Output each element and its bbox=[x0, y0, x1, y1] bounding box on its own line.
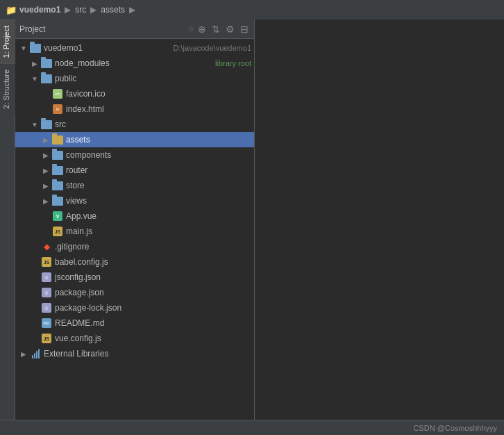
json-icon-package: {} bbox=[40, 287, 53, 298]
title-project-icon: 📁 bbox=[6, 5, 17, 15]
arrow-router: ▶ bbox=[40, 167, 51, 174]
tree-item-favicon[interactable]: ico favicon.ico bbox=[15, 86, 254, 101]
label-favicon: favicon.ico bbox=[66, 89, 251, 99]
folder-icon-views bbox=[51, 195, 64, 206]
tree-item-readme[interactable]: MD README.md bbox=[15, 315, 254, 331]
label-src: src bbox=[55, 120, 251, 129]
status-bar: CSDN @Cosmoshhhyyy bbox=[0, 420, 504, 435]
label-assets: assets bbox=[66, 135, 251, 145]
tree-item-router[interactable]: ▶ router bbox=[15, 163, 254, 178]
html-icon-index: H bbox=[51, 104, 64, 115]
tree-item-public[interactable]: ▼ public bbox=[15, 71, 254, 86]
tree-item-node-modules[interactable]: ▶ node_modules library root bbox=[15, 56, 254, 71]
folder-icon-assets bbox=[51, 134, 64, 145]
right-pane bbox=[255, 19, 504, 420]
title-assets: assets bbox=[101, 5, 125, 15]
tree-item-components[interactable]: ▶ components bbox=[15, 147, 254, 163]
folder-icon-components bbox=[51, 149, 64, 161]
tree-area[interactable]: ▼ vuedemo1 D:\javacode\vuedemo1 ▶ node_m… bbox=[15, 39, 254, 420]
arrow-root: ▼ bbox=[18, 44, 29, 52]
label-node-modules: node_modules bbox=[55, 58, 211, 68]
tree-item-gitignore[interactable]: ◆ .gitignore bbox=[15, 239, 254, 254]
tree-item-ext-lib[interactable]: ▶ External Libraries bbox=[15, 346, 254, 361]
tree-item-store[interactable]: ▶ store bbox=[15, 178, 254, 193]
arrow-node-modules: ▶ bbox=[29, 60, 40, 67]
title-bar: 📁 vuedemo1 ▶ src ▶ assets ▶ bbox=[0, 0, 504, 19]
folder-icon-src bbox=[40, 119, 53, 130]
md-icon-readme: MD bbox=[40, 318, 53, 329]
label-router: router bbox=[66, 165, 251, 175]
tree-item-app-vue[interactable]: V App.vue bbox=[15, 208, 254, 224]
label-index-html: index.html bbox=[66, 104, 251, 114]
tree-item-index-html[interactable]: H index.html bbox=[15, 101, 254, 117]
ico-icon-favicon: ico bbox=[51, 88, 64, 99]
label-app-vue: App.vue bbox=[66, 211, 251, 221]
label-vue-config: vue.config.js bbox=[55, 334, 251, 343]
main-layout: 1: Project 2: Structure Project ⊕ ⊕ ⇅ ⚙ … bbox=[0, 19, 504, 420]
tab-structure[interactable]: 2: Structure bbox=[0, 63, 15, 115]
watermark: CSDN @Cosmoshhhyyy bbox=[413, 424, 497, 432]
label-readme: README.md bbox=[55, 318, 251, 328]
label-jsconfig: jsconfig.json bbox=[55, 272, 251, 282]
label-views: views bbox=[66, 196, 251, 206]
toolbar-sync-btn[interactable]: ⇅ bbox=[210, 22, 221, 36]
arrow-assets: ▶ bbox=[40, 136, 51, 144]
tab-project[interactable]: 1: Project bbox=[0, 19, 15, 63]
arrow-components: ▶ bbox=[40, 151, 51, 159]
label-store: store bbox=[66, 181, 251, 190]
tree-item-src[interactable]: ▼ src bbox=[15, 117, 254, 132]
json-icon-jsconfig: {} bbox=[40, 272, 53, 283]
js-icon-main: JS bbox=[51, 226, 64, 237]
project-panel: Project ⊕ ⊕ ⇅ ⚙ ⊟ ▼ vuedemo1 D:\javacode… bbox=[15, 19, 255, 420]
folder-icon-node-modules bbox=[40, 58, 53, 69]
label-ext-lib: External Libraries bbox=[44, 349, 251, 359]
title-src: src bbox=[75, 5, 86, 15]
folder-icon-router bbox=[51, 165, 64, 176]
label-public: public bbox=[55, 74, 251, 83]
arrow-public: ▼ bbox=[29, 75, 40, 83]
tree-item-vue-config[interactable]: JS vue.config.js bbox=[15, 331, 254, 346]
json-icon-package-lock: {} bbox=[40, 302, 53, 313]
extlib-icon bbox=[29, 348, 42, 359]
label-babel-config: babel.config.js bbox=[55, 257, 251, 267]
js-icon-babel: JS bbox=[40, 256, 53, 268]
folder-icon-public bbox=[40, 73, 53, 84]
js-icon-vue-config: JS bbox=[40, 333, 53, 344]
tree-item-views[interactable]: ▶ views bbox=[15, 193, 254, 208]
arrow-views: ▶ bbox=[40, 197, 51, 205]
arrow-ext-lib: ▶ bbox=[18, 350, 29, 358]
git-icon-gitignore: ◆ bbox=[40, 241, 53, 252]
label-node-modules-sec: library root bbox=[215, 59, 251, 67]
tree-item-jsconfig[interactable]: {} jsconfig.json bbox=[15, 270, 254, 285]
tree-item-package-lock[interactable]: {} package-lock.json bbox=[15, 300, 254, 315]
toolbar-collapse-btn[interactable]: ⊟ bbox=[239, 22, 250, 36]
side-tabs: 1: Project 2: Structure bbox=[0, 19, 15, 420]
label-package-lock: package-lock.json bbox=[55, 303, 251, 313]
tree-item-package-json[interactable]: {} package.json bbox=[15, 285, 254, 300]
tree-item-assets[interactable]: ▶ assets bbox=[15, 132, 254, 147]
label-root-path: D:\javacode\vuedemo1 bbox=[173, 44, 251, 52]
vue-icon-app: V bbox=[51, 211, 64, 222]
panel-title: Project bbox=[19, 24, 185, 34]
folder-icon-root bbox=[29, 42, 42, 54]
panel-toolbar: Project ⊕ ⊕ ⇅ ⚙ ⊟ bbox=[15, 19, 254, 39]
label-main-js: main.js bbox=[66, 227, 251, 236]
title-project-name: vuedemo1 bbox=[19, 5, 60, 15]
tree-item-babel-config[interactable]: JS babel.config.js bbox=[15, 254, 254, 270]
folder-icon-store bbox=[51, 180, 64, 191]
label-gitignore: .gitignore bbox=[55, 242, 251, 252]
label-root: vuedemo1 bbox=[44, 43, 169, 53]
arrow-src: ▼ bbox=[29, 121, 40, 129]
label-package-json: package.json bbox=[55, 288, 251, 297]
tree-item-root[interactable]: ▼ vuedemo1 D:\javacode\vuedemo1 bbox=[15, 40, 254, 56]
label-components: components bbox=[66, 150, 251, 160]
toolbar-add-btn[interactable]: ⊕ bbox=[196, 22, 208, 36]
arrow-store: ▶ bbox=[40, 182, 51, 190]
toolbar-gear-btn[interactable]: ⚙ bbox=[224, 22, 236, 36]
tree-item-main-js[interactable]: JS main.js bbox=[15, 224, 254, 239]
